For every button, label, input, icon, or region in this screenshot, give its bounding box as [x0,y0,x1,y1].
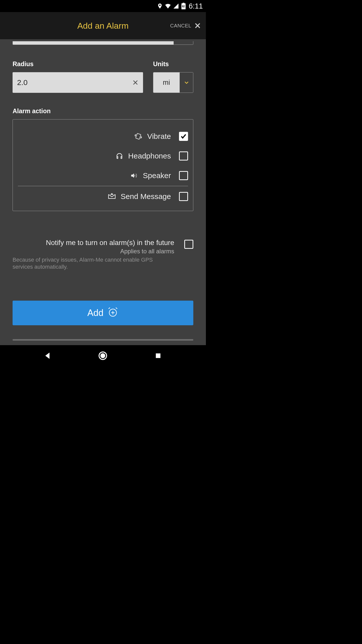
nav-back-icon[interactable] [43,351,53,361]
navigation-bar [0,345,206,366]
svg-point-2 [101,353,105,358]
alarm-action-label: Alarm action [13,107,193,115]
notify-subtitle: Applies to all alarms [13,248,174,255]
radius-input[interactable]: 2.0 ✕ [13,72,143,93]
notify-block[interactable]: Notify me to turn on alarm(s) in the fut… [13,239,193,270]
cancel-label: CANCEL [170,23,191,29]
svg-rect-3 [156,353,160,358]
close-icon [194,22,201,29]
chevron-down-icon [179,72,193,93]
headphones-checkbox[interactable] [179,151,188,160]
vibrate-checkbox[interactable] [179,132,188,141]
battery-icon: 82 [181,3,186,10]
speaker-label: Speaker [143,171,171,180]
content-area: Radius 2.0 ✕ Units mi Alarm action Vibra… [0,39,206,345]
units-select[interactable]: mi [153,72,193,93]
units-label: Units [153,60,193,68]
alarm-action-send-message[interactable]: Send Message [18,187,188,206]
alarm-add-icon [107,306,119,320]
page-title: Add an Alarm [77,21,128,31]
nav-recent-icon[interactable] [153,351,163,361]
radius-label: Radius [13,60,143,68]
notify-checkbox[interactable] [184,240,193,249]
cancel-button[interactable]: CANCEL [170,22,201,29]
status-bar: 82 6:11 [0,0,206,12]
headphones-icon [115,152,124,160]
speaker-icon [130,171,138,180]
notify-title: Notify me to turn on alarm(s) in the fut… [13,239,174,247]
battery-level-text: 82 [182,5,185,8]
send-message-label: Send Message [121,192,171,201]
units-value: mi [153,72,179,93]
previous-field-bottom-edge [13,41,193,45]
alarm-action-box: Vibrate Headphones Speaker Send Messa [13,119,193,211]
action-divider [18,186,188,186]
vibrate-label: Vibrate [147,132,171,141]
alarm-action-speaker[interactable]: Speaker [18,166,188,185]
bottom-scroll-indicator [13,339,193,341]
app-bar: Add an Alarm CANCEL [0,12,206,39]
notify-footnote: Because of privacy issues, Alarm-Me cann… [13,256,174,270]
clock-text: 6:11 [189,2,203,10]
alarm-action-headphones[interactable]: Headphones [18,146,188,166]
add-button[interactable]: Add [13,301,193,325]
radius-value: 2.0 [17,78,28,87]
message-icon [108,192,116,201]
vibrate-icon [134,132,143,141]
location-icon [157,3,163,9]
clear-radius-icon[interactable]: ✕ [132,78,139,87]
alarm-action-vibrate[interactable]: Vibrate [18,127,188,146]
send-message-checkbox[interactable] [179,192,188,201]
headphones-label: Headphones [128,152,171,160]
wifi-icon [165,3,171,9]
cellular-icon [173,3,179,9]
speaker-checkbox[interactable] [179,171,188,180]
nav-home-icon[interactable] [98,351,108,361]
add-button-label: Add [87,308,103,318]
